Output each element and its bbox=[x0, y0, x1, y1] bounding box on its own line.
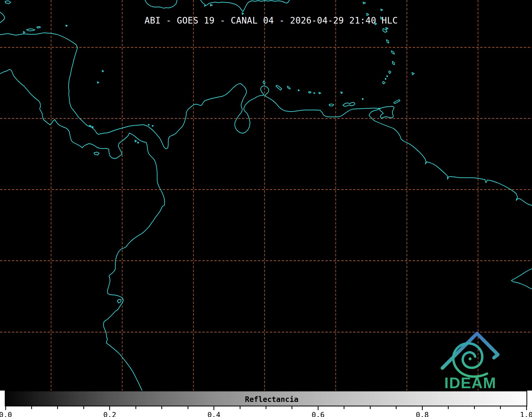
coastline-margarita bbox=[343, 102, 355, 106]
coastline-guanaja bbox=[37, 26, 40, 28]
colorbar-tick-label: 1.0 bbox=[520, 411, 532, 417]
coastline-san-blas-islets bbox=[148, 124, 153, 126]
coastline-swan-island bbox=[66, 25, 67, 26]
coastline-grenadines bbox=[385, 76, 388, 80]
coastline-las-aves bbox=[298, 90, 299, 91]
coastline-martinique bbox=[391, 51, 394, 54]
coastline-belize-coast bbox=[0, 12, 5, 23]
colorbar-tick-label: 0.4 bbox=[207, 411, 220, 417]
coastline-hispaniola-south bbox=[201, 0, 289, 12]
colorbar-tick-label: 0.0 bbox=[0, 411, 12, 417]
coastline-pacific-mainland bbox=[0, 69, 165, 391]
satellite-map: IDEAM ABI - GOES 19 - CANAL 04 - 2026-04… bbox=[0, 0, 532, 391]
coastline-la-tortuga bbox=[329, 104, 334, 106]
coastline-trinidad bbox=[379, 106, 394, 118]
colorbar-major-tick bbox=[422, 406, 423, 410]
coastline-anguilla bbox=[363, 2, 366, 4]
coastline-tobago bbox=[394, 100, 400, 104]
colorbar-minor-tick bbox=[474, 406, 475, 409]
coastline-pearl-islands bbox=[135, 140, 139, 143]
colorbar-minor-tick bbox=[292, 406, 292, 409]
colorbar-major-tick bbox=[109, 406, 110, 410]
colorbar-minor-tick bbox=[188, 406, 188, 409]
coastline-st-lucia bbox=[392, 61, 394, 65]
colorbar-area: Reflectancia 0.00.20.40.60.81.0 bbox=[0, 391, 532, 417]
coastline-hispaniola-islet bbox=[210, 4, 212, 6]
coastline-puna-island bbox=[117, 299, 121, 303]
colorbar-major-tick bbox=[213, 406, 214, 410]
coastline-belize-caye bbox=[5, 1, 11, 4]
colorbar-gradient: Reflectancia bbox=[5, 391, 527, 406]
ideam-logo-spiral-center-dot bbox=[469, 358, 472, 360]
map-canvas: IDEAM bbox=[0, 0, 532, 391]
colorbar-minor-tick bbox=[344, 406, 344, 409]
coastline-guadeloupe bbox=[383, 28, 388, 32]
ideam-logo: IDEAM bbox=[442, 333, 498, 391]
colorbar-minor-tick bbox=[266, 406, 266, 409]
colorbar-tick-label: 0.6 bbox=[312, 411, 325, 417]
coastline-barbuda bbox=[381, 9, 383, 11]
coastline-los-roques bbox=[308, 91, 315, 94]
ideam-logo-text: IDEAM bbox=[444, 374, 497, 391]
coastline-utila bbox=[23, 31, 25, 33]
coastline-san-andres bbox=[97, 82, 99, 83]
colorbar-minor-tick bbox=[448, 406, 449, 409]
coastline-coiba bbox=[94, 152, 99, 155]
coastline-curacao bbox=[276, 85, 282, 90]
colorbar-tick-label: 0.2 bbox=[103, 411, 116, 417]
coastline-beata-islet bbox=[242, 13, 244, 15]
coastline-la-blanquilla bbox=[341, 92, 343, 94]
colorbar-major-tick bbox=[526, 406, 527, 410]
colorbar-major-tick bbox=[5, 406, 6, 410]
goes-satellite-image-viewer: { "title": "ABI - GOES 19 - CANAL 04 - 2… bbox=[0, 0, 532, 417]
colorbar-minor-tick bbox=[500, 406, 501, 409]
coastline-grenada bbox=[383, 81, 385, 84]
coastline-amazon-corner bbox=[511, 269, 532, 289]
coastline-st-vincent bbox=[389, 71, 391, 74]
colorbar-minor-tick bbox=[135, 406, 136, 409]
image-title: ABI - GOES 19 - CANAL 04 - 2026-04-29 21… bbox=[144, 15, 398, 26]
ideam-logo-mountain-icon bbox=[442, 333, 498, 368]
coastline-caribbean-mainland bbox=[0, 33, 532, 205]
colorbar-major-tick bbox=[318, 406, 319, 410]
coastline-jamaica bbox=[145, 0, 177, 8]
coastline-providencia bbox=[102, 70, 104, 72]
coastline-roatan bbox=[26, 29, 35, 31]
colorbar-minor-tick bbox=[240, 406, 240, 409]
colorbar-minor-tick bbox=[83, 406, 84, 409]
colorbar-minor-tick bbox=[161, 406, 162, 409]
colorbar-minor-tick bbox=[370, 406, 371, 409]
coastline-barbados bbox=[412, 72, 414, 75]
latlon-gridlines bbox=[0, 0, 532, 391]
coastline-bonaire bbox=[287, 86, 290, 89]
colorbar-minor-tick bbox=[396, 406, 397, 409]
coastline-dominica bbox=[387, 40, 389, 43]
colorbar-minor-tick bbox=[31, 406, 32, 409]
colorbar-tick-label: 0.8 bbox=[416, 411, 429, 417]
coastline-los-testigos bbox=[362, 98, 363, 100]
coastline-la-orchila bbox=[319, 92, 321, 94]
colorbar-label: Reflectancia bbox=[245, 395, 298, 404]
colorbar-minor-tick bbox=[57, 406, 58, 409]
